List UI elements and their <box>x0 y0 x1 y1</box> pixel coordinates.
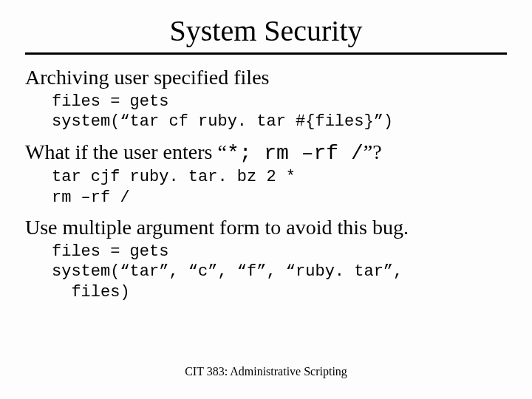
title-underline <box>25 52 507 55</box>
section-2-code: tar cjf ruby. tar. bz 2 * rm –rf / <box>52 167 507 208</box>
section-2-heading-post: ”? <box>364 140 382 163</box>
slide-title: System Security <box>25 13 507 48</box>
section-2-heading-cmd: *; rm –rf / <box>227 142 364 165</box>
section-1-code: files = gets system(“tar cf ruby. tar #{… <box>52 92 507 132</box>
section-3-heading: Use multiple argument form to avoid this… <box>25 215 507 240</box>
section-1-heading: Archiving user specified files <box>25 65 507 90</box>
section-2-heading: What if the user enters “*; rm –rf /”? <box>25 140 507 166</box>
section-2-heading-pre: What if the user enters “ <box>25 140 227 163</box>
section-3-code: files = gets system(“tar”, “c”, “f”, “ru… <box>52 242 507 303</box>
slide-footer: CIT 383: Administrative Scripting <box>0 365 532 378</box>
slide: System Security Archiving user specified… <box>0 0 532 399</box>
